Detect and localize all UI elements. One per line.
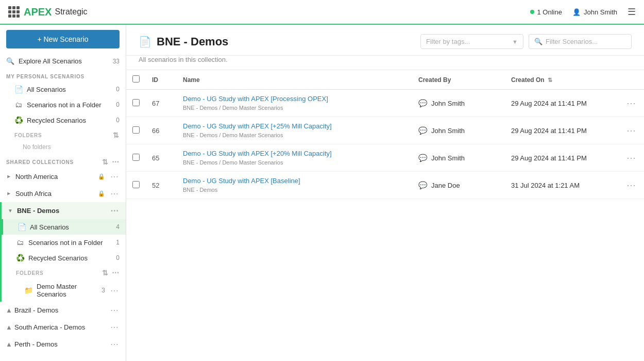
row-checkbox-1[interactable] (132, 126, 140, 134)
sidebar-item-south-africa[interactable]: ▼ South Africa 🔒 ⋯ (0, 185, 126, 202)
row-checkbox-cell (126, 117, 146, 144)
perth-demos-label: Perth - Demos (14, 340, 105, 348)
sidebar-item-bne-demos[interactable]: ▼ BNE - Demos ⋯ (2, 202, 126, 219)
personal-not-count: 0 (116, 101, 120, 108)
sidebar-item-brazil-demos[interactable]: ▶ Brazil - Demos ⋯ (0, 302, 126, 319)
row-more-button-1[interactable]: ⋯ (624, 125, 638, 136)
row-checkbox-2[interactable] (132, 154, 140, 161)
perth-more-icon[interactable]: ⋯ (109, 339, 120, 349)
table-row: 52 Demo - UG Study with APEX [Baseline] … (126, 172, 644, 199)
bne-folders-actions[interactable]: ⇅ ⋯ (102, 269, 120, 277)
table-row: 67 Demo - UG Study with APEX [Processing… (126, 90, 644, 117)
hamburger-menu-icon[interactable]: ☰ (628, 6, 636, 18)
bne-recycled-label: Recycled Scenarios (28, 254, 112, 262)
row-actions-1: ⋯ (618, 117, 644, 144)
scenario-path-1: BNE - Demos / Demo Master Scenarios (183, 132, 283, 138)
scenario-path-3: BNE - Demos (183, 187, 217, 193)
created-by-column-label: Created By (418, 76, 451, 84)
tags-dropdown-icon[interactable]: ▼ (512, 39, 518, 45)
comment-icon-2[interactable]: 💬 (418, 154, 427, 162)
comment-icon-3[interactable]: 💬 (418, 181, 427, 189)
north-america-more-icon[interactable]: ⋯ (109, 172, 120, 182)
th-created-on[interactable]: Created On ⇅ (505, 70, 618, 90)
brazil-demos-label: Brazil - Demos (14, 306, 105, 314)
south-america-chevron: ▶ (6, 325, 11, 330)
document-icon: 📄 (14, 85, 23, 93)
demo-master-scenarios-folder[interactable]: 📁 Demo Master Scenarios 3 ⋯ (2, 279, 126, 302)
main-content: 📄 BNE - Demos Filter by tags... ▼ 🔍 Filt… (126, 25, 644, 361)
explore-count: 33 (113, 58, 120, 65)
row-name-cell-3: Demo - UG Study with APEX [Baseline] BNE… (177, 172, 412, 199)
demo-master-more-icon[interactable]: ⋯ (109, 286, 120, 296)
row-id-3: 52 (146, 172, 177, 199)
row-checkbox-cell (126, 172, 146, 199)
row-id-0: 67 (146, 90, 177, 117)
personal-all-scenarios[interactable]: 📄 All Scenarios 0 (0, 81, 126, 97)
south-africa-more-icon[interactable]: ⋯ (109, 189, 120, 199)
row-more-button-3[interactable]: ⋯ (624, 179, 638, 191)
app-grid-icon[interactable] (8, 6, 20, 18)
recycle-icon: ♻️ (14, 116, 23, 124)
explore-all-scenarios[interactable]: 🔍 Explore All Scenarios 33 (0, 54, 126, 69)
bne-more-icon[interactable]: ⋯ (112, 269, 120, 277)
personal-all-label: All Scenarios (27, 86, 112, 93)
perth-chevron: ▶ (6, 342, 11, 347)
explore-label: Explore All Scenarios (19, 57, 82, 65)
sidebar-item-perth-demos[interactable]: ▶ Perth - Demos ⋯ (0, 336, 126, 353)
personal-not-in-folder[interactable]: 🗂 Scenarios not in a Folder 0 (0, 97, 126, 112)
brazil-more-icon[interactable]: ⋯ (109, 305, 120, 315)
scenario-name-link-0[interactable]: Demo - UG Study with APEX [Processing OP… (183, 95, 406, 103)
south-africa-label: South Africa (15, 190, 94, 198)
filter-tags-input[interactable]: Filter by tags... ▼ (420, 34, 523, 49)
row-checkbox-0[interactable] (132, 99, 140, 106)
bne-sort-icon[interactable]: ⇅ (102, 269, 109, 277)
select-all-checkbox[interactable] (132, 75, 140, 83)
filter-scenarios-input[interactable]: 🔍 Filter Scenarios... (529, 34, 632, 49)
sort-folders-icon[interactable]: ⇅ (113, 131, 120, 139)
personal-folders-header: FOLDERS ⇅ (0, 128, 126, 141)
comment-icon-1[interactable]: 💬 (418, 126, 427, 135)
row-created-by-0: 💬 John Smith (412, 90, 505, 117)
row-created-by-2: 💬 John Smith (412, 144, 505, 172)
scenario-name-link-3[interactable]: Demo - UG Study with APEX [Baseline] (183, 177, 406, 185)
sidebar-item-north-america[interactable]: ▼ North America 🔒 ⋯ (0, 168, 126, 185)
table-row: 66 Demo - UG Study with APEX [+25% Mill … (126, 117, 644, 144)
created-by-name-3: Jane Doe (431, 182, 460, 189)
created-on-sort-icon[interactable]: ⇅ (548, 77, 552, 83)
bne-recycled[interactable]: ♻️ Recycled Scenarios 0 (2, 250, 126, 266)
content-header: 📄 BNE - Demos Filter by tags... ▼ 🔍 Filt… (126, 25, 644, 56)
comment-icon-0[interactable]: 💬 (418, 99, 427, 107)
row-name-cell-1: Demo - UG Study with APEX [+25% Mill Cap… (177, 117, 412, 144)
bne-all-label: All Scenarios (30, 223, 112, 231)
row-more-button-2[interactable]: ⋯ (624, 152, 638, 163)
user-info[interactable]: 👤 John Smith (572, 8, 617, 16)
shared-section-label: SHARED COLLECTIONS (6, 159, 74, 165)
content-title: BNE - Demos (157, 35, 228, 48)
scenario-name-link-2[interactable]: Demo - UG Study with APEX [+20% Mill Cap… (183, 150, 406, 157)
bne-not-in-folder[interactable]: 🗂 Scenarios not in a Folder 1 (2, 235, 126, 250)
bne-folders-header: FOLDERS ⇅ ⋯ (2, 266, 126, 279)
south-africa-lock: 🔒 (98, 190, 105, 197)
row-created-on-2: 29 Aug 2024 at 11:41 PM (505, 144, 618, 172)
sidebar-item-south-america-demos[interactable]: ▶ South America - Demos ⋯ (0, 319, 126, 336)
personal-section-header: MY PERSONAL SCENARIOS (0, 69, 126, 81)
shared-header-actions[interactable]: ⇅ ⋯ (102, 158, 120, 166)
name-column-label: Name (183, 76, 200, 84)
bne-all-scenarios[interactable]: 📄 All Scenarios 4 (2, 219, 126, 235)
scenario-name-link-1[interactable]: Demo - UG Study with APEX [+25% Mill Cap… (183, 122, 406, 130)
folder-icon: 📁 (24, 286, 32, 294)
new-scenario-button[interactable]: + New Scenario (6, 30, 120, 48)
personal-all-count: 0 (116, 86, 120, 93)
folders-header-actions[interactable]: ⇅ (113, 131, 120, 139)
scenarios-table-container: ID Name Created By Created On ⇅ (126, 70, 644, 361)
personal-recycled[interactable]: ♻️ Recycled Scenarios 0 (0, 112, 126, 128)
bne-demos-more-icon[interactable]: ⋯ (109, 206, 120, 216)
row-checkbox-3[interactable] (132, 181, 140, 188)
sort-shared-icon[interactable]: ⇅ (102, 158, 109, 166)
row-more-button-0[interactable]: ⋯ (624, 97, 638, 109)
content-title-area: 📄 BNE - Demos (139, 35, 228, 48)
south-america-more-icon[interactable]: ⋯ (109, 322, 120, 332)
more-shared-icon[interactable]: ⋯ (112, 158, 120, 166)
scenario-path-0: BNE - Demos / Demo Master Scenarios (183, 105, 283, 111)
app-logo: APEX Strategic (24, 6, 88, 18)
